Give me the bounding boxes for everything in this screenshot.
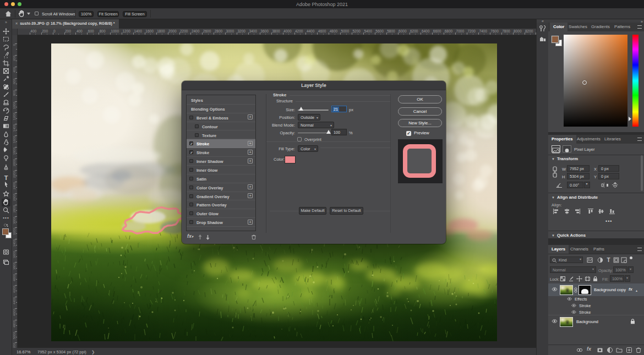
svg-text:T: T — [607, 257, 610, 263]
